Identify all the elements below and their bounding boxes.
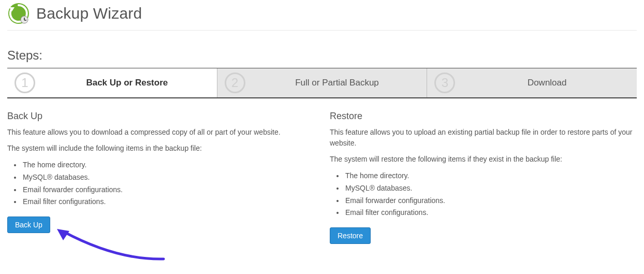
step-1[interactable]: 1 Back Up or Restore <box>7 68 217 97</box>
list-item: The home directory. <box>22 159 314 171</box>
page-header: Backup Wizard <box>7 0 637 31</box>
restore-column: Restore This feature allows you to uploa… <box>330 111 637 265</box>
step-number: 3 <box>434 73 455 93</box>
restore-list-intro: The system will restore the following it… <box>330 154 637 165</box>
backup-list-intro: The system will include the following it… <box>7 143 314 154</box>
backup-items: The home directory. MySQL® databases. Em… <box>22 159 314 208</box>
list-item: MySQL® databases. <box>344 182 637 195</box>
list-item: Email filter configurations. <box>344 207 637 219</box>
restore-description: This feature allows you to upload an exi… <box>330 127 637 149</box>
backup-heading: Back Up <box>7 111 314 122</box>
svg-rect-4 <box>24 20 26 21</box>
steps-title: Steps: <box>7 48 637 63</box>
list-item: Email forwarder configurations. <box>22 184 314 196</box>
restore-button[interactable]: Restore <box>330 227 371 244</box>
restore-heading: Restore <box>330 111 637 122</box>
list-item: MySQL® databases. <box>22 171 314 184</box>
step-3[interactable]: 3 Download <box>427 68 637 97</box>
backup-description: This feature allows you to download a co… <box>7 127 314 138</box>
backup-column: Back Up This feature allows you to downl… <box>7 111 314 265</box>
step-label: Full or Partial Backup <box>255 78 420 88</box>
step-number: 2 <box>225 73 245 93</box>
step-2[interactable]: 2 Full or Partial Backup <box>217 68 428 97</box>
list-item: Email filter configurations. <box>22 196 314 208</box>
list-item: Email forwarder configurations. <box>344 195 637 207</box>
backup-button[interactable]: Back Up <box>7 217 50 233</box>
step-number: 1 <box>14 73 35 93</box>
restore-items: The home directory. MySQL® databases. Em… <box>344 170 637 219</box>
page-title: Backup Wizard <box>36 5 142 22</box>
arrow-annotation-icon <box>55 229 314 265</box>
steps-nav: 1 Back Up or Restore 2 Full or Partial B… <box>7 68 637 98</box>
step-label: Back Up or Restore <box>45 78 210 88</box>
list-item: The home directory. <box>344 170 637 182</box>
step-label: Download <box>464 78 630 88</box>
backup-wizard-icon <box>7 2 30 25</box>
